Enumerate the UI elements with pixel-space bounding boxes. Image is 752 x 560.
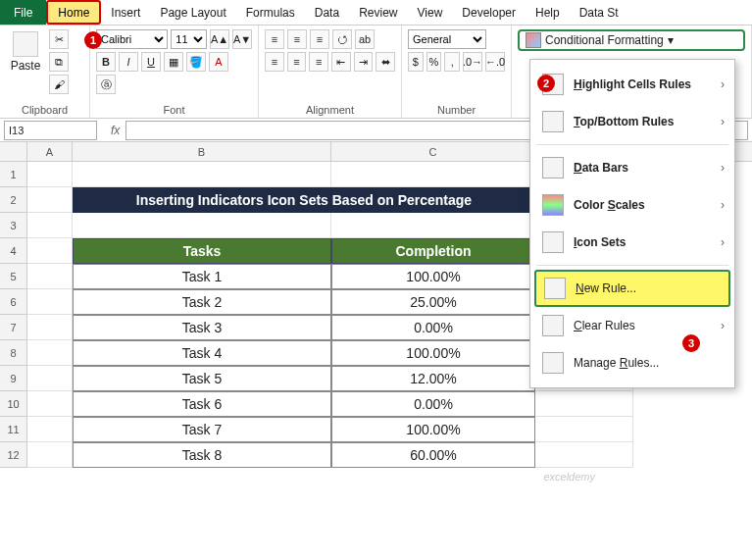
align-bottom-icon[interactable]: ≡ [310,29,329,49]
bold-button[interactable]: B [96,52,116,72]
wrap-text-button[interactable]: ab [355,29,375,49]
align-middle-icon[interactable]: ≡ [287,29,307,49]
cell-completion[interactable]: 0.00% [331,391,535,417]
row-header[interactable]: 6 [0,289,27,315]
font-name-combo[interactable]: Calibri [96,29,168,49]
increase-indent-icon[interactable]: ⇥ [354,52,374,72]
menu-color-scales[interactable]: Color ScalesColor Scales› [530,186,734,224]
row-header[interactable]: 10 [0,391,27,417]
border-button[interactable]: ▦ [164,52,183,72]
col-header-c[interactable]: C [331,142,535,161]
cell[interactable] [27,340,73,366]
cut-icon[interactable]: ✂ [49,29,69,49]
align-right-icon[interactable]: ≡ [309,52,328,72]
decrease-indent-icon[interactable]: ⇤ [331,52,351,72]
menu-clear-rules[interactable]: Clear RulesClear Rules› [530,307,734,344]
tab-home[interactable]: Home [46,0,101,25]
number-format-combo[interactable]: General [408,29,486,49]
cell[interactable] [27,366,73,391]
underline-button[interactable]: U [141,52,161,72]
cell-completion[interactable]: 0.00% [331,315,535,340]
cell-task[interactable]: Task 5 [73,366,331,391]
increase-decimal-icon[interactable]: .0→ [463,52,482,72]
cell-task[interactable]: Task 7 [73,417,331,442]
menu-top-bottom-rules[interactable]: Top/Bottom RulesTop/Bottom Rules› [530,103,734,140]
fill-color-icon[interactable]: 🪣 [186,52,206,72]
tab-file[interactable]: File [0,0,46,25]
menu-new-rule[interactable]: New Rule...New Rule... [534,270,730,307]
cell[interactable] [73,213,331,238]
header-tasks[interactable]: Tasks [73,238,331,264]
cell[interactable] [27,417,73,442]
cell-task[interactable]: Task 6 [73,391,331,417]
phonetic-icon[interactable]: ⓐ [96,75,116,94]
cell-completion[interactable]: 60.00% [331,442,535,468]
cell-completion[interactable]: 12.00% [331,366,535,391]
cell[interactable] [331,162,535,187]
cell[interactable] [73,162,331,187]
tab-insert[interactable]: Insert [101,0,150,25]
cell[interactable] [535,417,633,442]
copy-icon[interactable]: ⧉ [49,52,69,72]
orientation-icon[interactable]: ⭯ [332,29,352,49]
fx-icon[interactable]: fx [111,124,120,137]
cell[interactable] [331,213,535,238]
col-header-a[interactable]: A [27,142,73,161]
cell[interactable] [27,187,73,213]
row-header[interactable]: 1 [0,162,27,187]
cell[interactable] [535,442,633,468]
row-header[interactable]: 8 [0,340,27,366]
title-cell[interactable]: Inserting Indicators Icon Sets Based on … [73,187,535,213]
cell-task[interactable]: Task 3 [73,315,331,340]
tab-help[interactable]: Help [526,0,570,25]
conditional-formatting-button[interactable]: Conditional Formatting ▾ [518,29,745,51]
cell[interactable] [27,315,73,340]
cell[interactable] [535,391,633,417]
merge-center-icon[interactable]: ⬌ [376,52,395,72]
percent-button[interactable]: % [426,52,442,72]
row-header[interactable]: 4 [0,238,27,264]
tab-review[interactable]: Review [349,0,407,25]
font-size-combo[interactable]: 11 [171,29,207,49]
cell[interactable] [27,442,73,468]
col-header-b[interactable]: B [73,142,331,161]
cell-task[interactable]: Task 2 [73,289,331,315]
decrease-decimal-icon[interactable]: ←.0 [485,52,505,72]
align-top-icon[interactable]: ≡ [265,29,284,49]
menu-icon-sets[interactable]: Icon SetsIcon Sets› [530,224,734,261]
cell[interactable] [27,391,73,417]
tab-data-streamer[interactable]: Data St [570,0,628,25]
shrink-font-icon[interactable]: A▼ [232,29,252,49]
row-header[interactable]: 2 [0,187,27,213]
tab-view[interactable]: View [408,0,453,25]
italic-button[interactable]: I [119,52,138,72]
align-center-icon[interactable]: ≡ [287,52,307,72]
cell-completion[interactable]: 100.00% [331,340,535,366]
tab-developer[interactable]: Developer [452,0,526,25]
tab-formulas[interactable]: Formulas [236,0,305,25]
cell-completion[interactable]: 100.00% [331,417,535,442]
cell-task[interactable]: Task 1 [73,264,331,289]
name-box[interactable]: I13 [4,121,97,140]
align-left-icon[interactable]: ≡ [265,52,284,72]
grow-font-icon[interactable]: A▲ [210,29,229,49]
font-color-icon[interactable]: A [209,52,228,72]
row-header[interactable]: 12 [0,442,27,468]
row-header[interactable]: 9 [0,366,27,391]
tab-data[interactable]: Data [305,0,349,25]
row-header[interactable]: 5 [0,264,27,289]
cell[interactable] [27,213,73,238]
tab-page-layout[interactable]: Page Layout [150,0,235,25]
header-completion[interactable]: Completion [331,238,535,264]
format-painter-icon[interactable]: 🖌 [49,75,69,94]
cell[interactable] [27,238,73,264]
row-header[interactable]: 7 [0,315,27,340]
cell-task[interactable]: Task 8 [73,442,331,468]
menu-data-bars[interactable]: Data BarsData Bars› [530,149,734,186]
cell-task[interactable]: Task 4 [73,340,331,366]
cell[interactable] [27,162,73,187]
cell[interactable] [27,289,73,315]
select-all-corner[interactable] [0,142,27,161]
currency-button[interactable]: $ [408,52,424,72]
menu-manage-rules[interactable]: Manage Rules...Manage Rules... [530,344,734,382]
